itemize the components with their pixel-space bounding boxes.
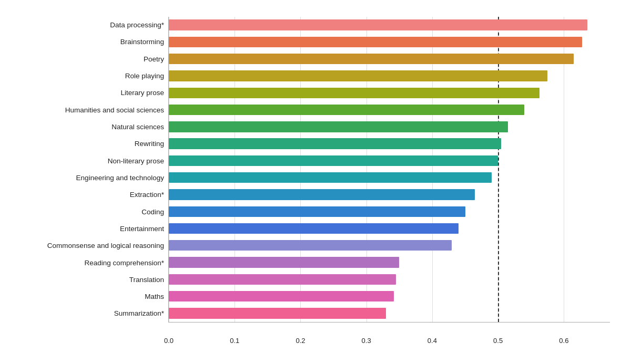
bar-4 [169, 88, 540, 98]
bar-2 [169, 54, 574, 64]
y-label-7: Rewriting [21, 140, 164, 148]
y-label-14: Reading comprehension* [21, 259, 164, 267]
y-axis-labels: Data processing*BrainstormingPoetryRole … [21, 17, 168, 323]
bar-3 [169, 70, 547, 81]
bar-row-12 [169, 220, 610, 237]
x-tick-label-3: 0.3 [362, 337, 371, 345]
bar-row-0 [169, 17, 610, 34]
x-tick-label-0: 0.0 [164, 337, 174, 345]
bar-row-6 [169, 118, 610, 135]
y-label-13: Commonsense and logical reasoning [21, 242, 164, 249]
y-label-12: Entertainment [21, 225, 164, 233]
bar-17 [169, 308, 386, 318]
bar-10 [169, 189, 475, 200]
bar-row-9 [169, 169, 610, 186]
chart-area: Data processing*BrainstormingPoetryRole … [21, 17, 610, 323]
bar-row-4 [169, 85, 610, 101]
bar-6 [169, 121, 508, 132]
y-label-2: Poetry [21, 56, 164, 63]
bar-row-17 [169, 305, 610, 321]
bar-row-7 [169, 135, 610, 152]
bar-row-11 [169, 203, 610, 220]
y-label-5: Humanities and social sciences [21, 107, 164, 114]
x-tick-label-5: 0.5 [493, 337, 503, 345]
y-label-0: Data processing* [21, 22, 164, 29]
bar-0 [169, 19, 587, 30]
y-label-11: Coding [21, 209, 164, 216]
bars-area: 0.00.10.20.30.40.50.6 [168, 17, 610, 323]
y-label-10: Extraction* [21, 191, 164, 199]
y-label-9: Engineering and technology [21, 174, 164, 182]
y-label-8: Non-literary prose [21, 158, 164, 165]
bar-row-8 [169, 152, 610, 169]
y-label-1: Brainstorming [21, 38, 164, 46]
bar-row-5 [169, 101, 610, 118]
chart-container: Data processing*BrainstormingPoetryRole … [11, 6, 620, 358]
y-label-4: Literary prose [21, 89, 164, 97]
bar-7 [169, 138, 501, 149]
bar-row-3 [169, 67, 610, 84]
y-label-17: Summarization* [21, 310, 164, 317]
bar-row-15 [169, 271, 610, 288]
bar-8 [169, 155, 498, 166]
bar-15 [169, 274, 396, 285]
x-tick-label-4: 0.4 [428, 337, 437, 345]
bar-16 [169, 291, 394, 301]
x-tick-label-6: 0.6 [559, 337, 568, 345]
bar-13 [169, 240, 452, 251]
y-label-15: Translation [21, 276, 164, 284]
bar-12 [169, 223, 459, 234]
y-label-6: Natural sciences [21, 123, 164, 131]
bar-row-10 [169, 186, 610, 203]
y-label-3: Role playing [21, 72, 164, 80]
bar-1 [169, 37, 582, 47]
bar-row-1 [169, 34, 610, 50]
bar-row-14 [169, 254, 610, 271]
bar-row-13 [169, 237, 610, 254]
y-label-16: Maths [21, 293, 164, 300]
bar-11 [169, 206, 465, 217]
bar-5 [169, 105, 524, 115]
bar-9 [169, 172, 492, 183]
x-tick-label-1: 0.1 [230, 337, 239, 345]
bar-row-16 [169, 288, 610, 305]
bar-14 [169, 257, 399, 267]
bar-row-2 [169, 50, 610, 67]
x-tick-label-2: 0.2 [296, 337, 305, 345]
